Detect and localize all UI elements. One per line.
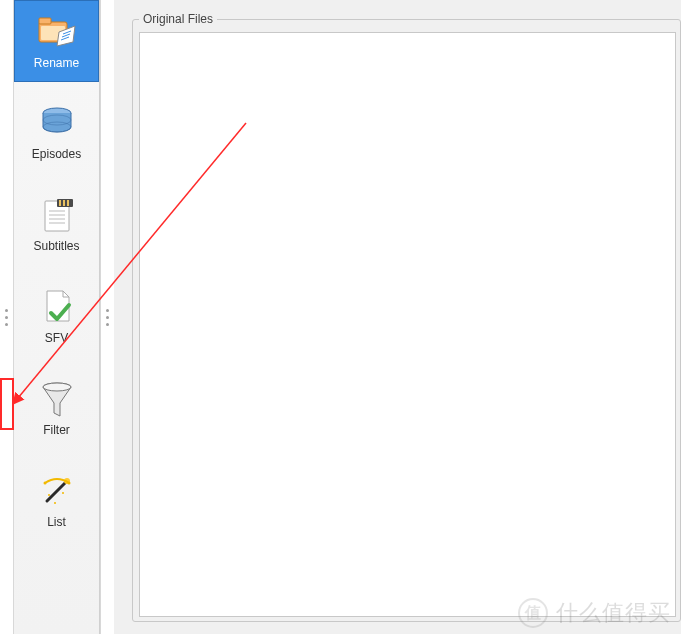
rename-folder-icon [35, 12, 79, 52]
sidebar-item-subtitles[interactable]: Subtitles [14, 182, 99, 266]
watermark-logo-icon: 值 [518, 598, 548, 628]
episodes-database-icon [35, 103, 79, 143]
sidebar-item-label: Subtitles [33, 239, 79, 253]
original-files-panel: Original Files [132, 12, 681, 622]
sfv-check-document-icon [35, 287, 79, 327]
sidebar-item-label: SFV [45, 331, 68, 345]
drag-dots-icon [5, 309, 8, 326]
sidebar-item-label: List [47, 515, 66, 529]
sidebar-item-list[interactable]: List [14, 458, 99, 542]
svg-rect-14 [67, 200, 69, 206]
app-root: Rename Episodes [0, 0, 681, 634]
subtitles-document-icon [35, 195, 79, 235]
filter-funnel-icon [35, 379, 79, 419]
original-files-list[interactable] [139, 32, 676, 617]
svg-point-26 [62, 492, 64, 494]
svg-point-27 [54, 502, 56, 504]
sidebar-item-label: Rename [34, 56, 79, 70]
sidebar-item-label: Episodes [32, 147, 81, 161]
sidebar-item-episodes[interactable]: Episodes [14, 90, 99, 174]
left-drag-handle[interactable] [0, 0, 14, 634]
main-area: Original Files [114, 0, 681, 634]
svg-rect-12 [59, 200, 61, 206]
svg-rect-1 [39, 18, 51, 24]
sidebar: Rename Episodes [14, 0, 100, 634]
watermark-text: 什么值得买 [556, 598, 671, 628]
sidebar-item-label: Filter [43, 423, 70, 437]
svg-rect-13 [63, 200, 65, 206]
splitter-handle[interactable] [100, 0, 114, 634]
sidebar-item-filter[interactable]: Filter [14, 366, 99, 450]
panel-title: Original Files [139, 12, 217, 26]
drag-dots-icon [106, 309, 109, 326]
svg-point-23 [43, 482, 46, 485]
list-wand-icon [35, 471, 79, 511]
watermark: 值 什么值得买 [518, 598, 671, 628]
svg-point-20 [43, 383, 71, 391]
svg-line-21 [47, 481, 67, 501]
sidebar-item-sfv[interactable]: SFV [14, 274, 99, 358]
sidebar-item-rename[interactable]: Rename [14, 0, 99, 82]
svg-point-25 [48, 494, 50, 496]
svg-point-24 [67, 482, 70, 485]
